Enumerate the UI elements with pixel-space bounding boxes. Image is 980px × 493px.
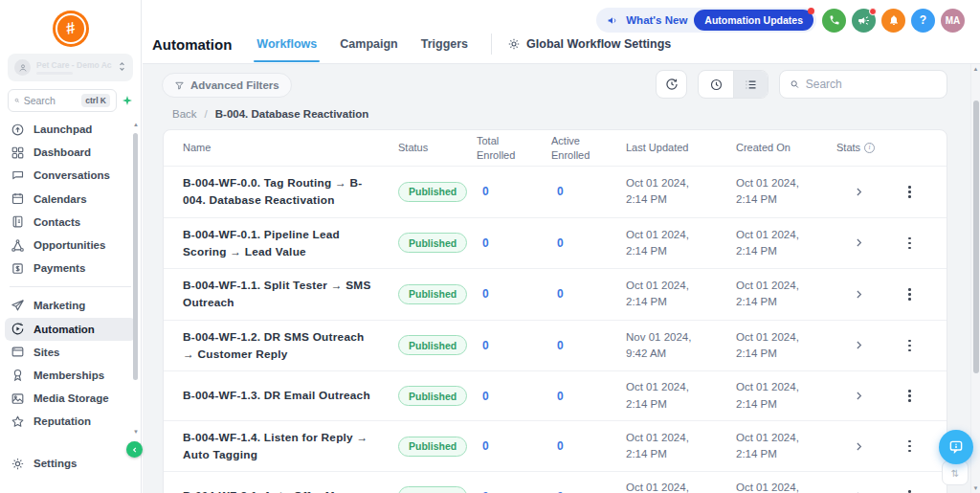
active-enrolled-value[interactable]: 0: [551, 185, 626, 198]
active-enrolled-value[interactable]: 0: [551, 390, 626, 403]
tab-workflows[interactable]: Workflows: [256, 34, 317, 55]
column-header-created-on[interactable]: Created On: [736, 141, 836, 155]
breadcrumb-back-link[interactable]: Back: [172, 108, 197, 120]
row-menu-kebab[interactable]: [894, 288, 947, 301]
stats-expand-chevron[interactable]: [836, 288, 894, 301]
advanced-filters-button[interactable]: Advanced Filters: [162, 73, 292, 98]
scroll-up-arrow[interactable]: ▲: [971, 66, 980, 72]
row-menu-kebab[interactable]: [894, 186, 947, 198]
global-workflow-settings-link[interactable]: Global Workflow Settings: [507, 37, 671, 51]
scroll-down-arrow[interactable]: ▼: [132, 429, 140, 435]
calendar-icon: [11, 191, 25, 206]
table-row[interactable]: B-004-WF-2.1. Auto Offer Message Publish…: [164, 472, 947, 493]
table-row[interactable]: B-004-WF-1.3. DR Email Outreach Publishe…: [164, 371, 947, 421]
stats-expand-chevron[interactable]: [836, 390, 894, 402]
search-shortcut-kbd: ctrl K: [81, 94, 110, 107]
user-avatar[interactable]: MA: [941, 9, 965, 33]
workflow-name-link[interactable]: B-004-WF-1.4. Listen for Reply → Auto Ta…: [183, 429, 398, 464]
table-search-input[interactable]: [806, 78, 937, 91]
total-enrolled-value[interactable]: 0: [477, 287, 551, 301]
help-button[interactable]: ?: [911, 9, 935, 33]
table-search-box[interactable]: [779, 70, 947, 99]
sidebar-item-contacts[interactable]: Contacts: [5, 211, 136, 234]
column-header-active-enrolled[interactable]: Active Enrolled: [551, 134, 626, 163]
row-menu-kebab[interactable]: [894, 340, 947, 352]
active-enrolled-value[interactable]: 0: [551, 490, 626, 493]
total-enrolled-value[interactable]: 0: [477, 390, 551, 403]
sidebar-item-opportunities[interactable]: Opportunities: [5, 234, 136, 257]
sidebar-item-dashboard[interactable]: Dashboard: [5, 141, 136, 164]
megaphone-button[interactable]: [852, 9, 876, 33]
window-scroll-thumb[interactable]: [973, 101, 979, 373]
sidebar-item-sites[interactable]: Sites: [5, 341, 136, 364]
active-enrolled-value[interactable]: 0: [551, 339, 626, 352]
sidebar-item-payments[interactable]: Payments: [5, 257, 136, 280]
column-header-stats[interactable]: Stats i: [836, 141, 894, 155]
tab-triggers[interactable]: Triggers: [421, 34, 468, 55]
workflow-name-link[interactable]: B-004-WF-0.1. Pipeline Lead Scoring → Le…: [183, 226, 398, 261]
advanced-filters-label: Advanced Filters: [190, 79, 279, 91]
scroll-down-arrow[interactable]: ▼: [971, 485, 980, 491]
recent-view-segment[interactable]: [699, 71, 733, 98]
help-chat-widget-button[interactable]: [939, 430, 973, 464]
stats-expand-chevron[interactable]: [836, 236, 894, 249]
workflow-name-link[interactable]: B-004-WF-1.3. DR Email Outreach: [183, 387, 398, 404]
sidebar-item-automation[interactable]: Automation: [5, 318, 136, 341]
list-view-segment[interactable]: [733, 71, 768, 98]
row-menu-kebab[interactable]: [894, 237, 947, 250]
table-row[interactable]: B-004-WF-0.1. Pipeline Lead Scoring → Le…: [164, 218, 947, 270]
workflow-name-link[interactable]: B-004-WF-2.1. Auto Offer Message: [183, 487, 398, 493]
stats-expand-chevron[interactable]: [836, 440, 894, 453]
brand-logo-ring: #: [56, 13, 86, 44]
table-row[interactable]: B-004-WF-1.4. Listen for Reply → Auto Ta…: [164, 421, 947, 473]
total-enrolled-value[interactable]: 0: [477, 439, 551, 453]
total-enrolled-value[interactable]: 0: [477, 236, 551, 250]
sidebar-item-reputation[interactable]: Reputation: [5, 410, 136, 433]
stats-expand-chevron[interactable]: [836, 186, 894, 198]
table-row[interactable]: B-004-WF-0.0. Tag Routing → B-004. Datab…: [164, 167, 947, 218]
sidebar-item-settings[interactable]: Settings: [5, 452, 136, 475]
list-icon: [744, 78, 758, 92]
active-enrolled-value[interactable]: 0: [551, 439, 626, 453]
tab-campaign[interactable]: Campaign: [340, 34, 397, 55]
workflow-name-link[interactable]: B-004-WF-1.2. DR SMS Outreach → Customer…: [183, 328, 398, 364]
column-header-status[interactable]: Status: [398, 141, 477, 155]
account-switcher[interactable]: Pet Care - Demo Ac...: [8, 54, 133, 81]
total-enrolled-value[interactable]: 0: [477, 185, 551, 198]
notifications-bell-button[interactable]: [881, 9, 905, 33]
phone-button[interactable]: [822, 9, 846, 33]
window-scrollbar[interactable]: ▲ ▼: [970, 64, 980, 493]
sidebar-scrollbar[interactable]: ▲ ▼: [132, 122, 140, 435]
ai-sparkle-icon[interactable]: [122, 95, 133, 106]
sidebar-item-calendars[interactable]: Calendars: [5, 188, 136, 211]
table-row[interactable]: B-004-WF-1.1. Split Tester → SMS Outreac…: [164, 269, 947, 321]
table-row[interactable]: B-004-WF-1.2. DR SMS Outreach → Customer…: [164, 321, 947, 372]
star-icon: [11, 415, 25, 429]
sidebar-scroll-thumb[interactable]: [133, 133, 138, 380]
scroll-up-arrow[interactable]: ▲: [132, 122, 140, 127]
sidebar-item-marketing[interactable]: Marketing: [5, 294, 136, 317]
automation-updates-badge[interactable]: Automation Updates: [694, 10, 813, 31]
column-header-name[interactable]: Name: [183, 141, 398, 155]
sidebar-item-launchpad[interactable]: Launchpad: [5, 118, 136, 141]
workflow-name-link[interactable]: B-004-WF-0.0. Tag Routing → B-004. Datab…: [183, 174, 398, 210]
sidebar-item-memberships[interactable]: Memberships: [5, 364, 136, 387]
row-menu-kebab[interactable]: [894, 390, 947, 402]
column-header-total-enrolled[interactable]: Total Enrolled: [477, 134, 551, 163]
sidebar-item-media-storage[interactable]: Media Storage: [5, 387, 136, 410]
question-mark-icon: ?: [920, 13, 926, 27]
total-enrolled-value[interactable]: 0: [477, 339, 551, 352]
sidebar-collapse-button[interactable]: [126, 441, 143, 458]
column-header-last-updated[interactable]: Last Updated: [626, 141, 736, 155]
stats-expand-chevron[interactable]: [836, 339, 894, 351]
sidebar-search-box[interactable]: ctrl K: [8, 89, 117, 112]
active-enrolled-value[interactable]: 0: [551, 236, 626, 250]
sidebar-item-conversations[interactable]: Conversations: [5, 164, 136, 187]
active-enrolled-value[interactable]: 0: [551, 287, 626, 301]
history-button[interactable]: [656, 70, 687, 99]
workflow-name-link[interactable]: B-004-WF-1.1. Split Tester → SMS Outreac…: [183, 277, 398, 312]
info-icon[interactable]: i: [864, 143, 875, 153]
brand-logo[interactable]: #: [53, 11, 89, 47]
sidebar-search-input[interactable]: [24, 95, 78, 106]
total-enrolled-value[interactable]: 0: [477, 490, 551, 493]
